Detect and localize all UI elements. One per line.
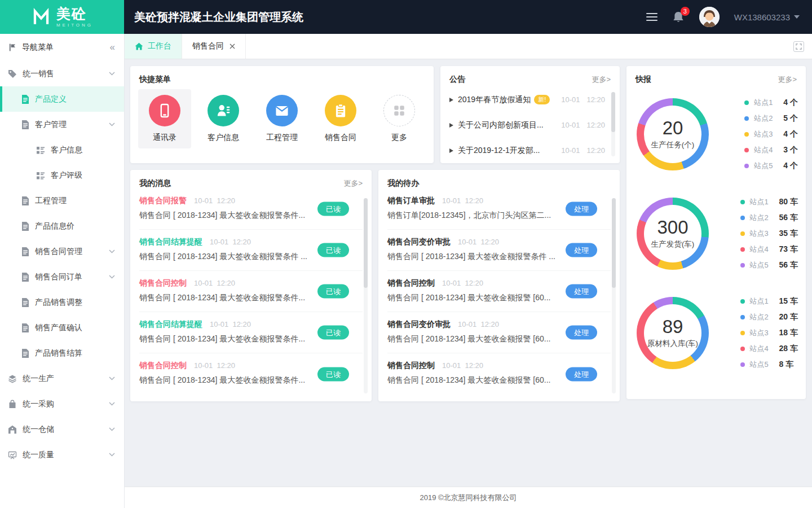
doc-icon: [21, 120, 29, 129]
chevron-down-icon[interactable]: [109, 249, 115, 253]
main-area: 工作台 销售合同 快捷菜单 通讯录客户信息工程管理销售合同更多: [124, 34, 812, 508]
feed-item-title: 销售合同控制: [139, 278, 187, 288]
sidebar-item[interactable]: 销售产值确认: [0, 315, 124, 340]
handle-button[interactable]: 处理: [566, 243, 597, 257]
quick-menu-item-label: 销售合同: [325, 133, 356, 143]
announcement-row[interactable]: 2019年春节放假通知新!10-0112:20: [449, 87, 605, 112]
handle-button[interactable]: 处理: [566, 367, 597, 381]
chevron-down-icon[interactable]: [109, 72, 115, 76]
sidebar-item[interactable]: 统一采购: [0, 391, 124, 417]
donut-label: 生产任务(个): [651, 140, 695, 150]
tab-bar: 工作台 销售合同: [125, 34, 812, 59]
handle-button[interactable]: 处理: [566, 202, 597, 216]
announcements-more-link[interactable]: 更多>: [592, 75, 611, 85]
feed-item-datetime: 10-01 12:20: [442, 196, 483, 205]
announcements-card: 公告 更多> 2019年春节放假通知新!10-0112:20关于公司内部创新项目…: [440, 66, 620, 163]
notification-bell-icon[interactable]: 3: [672, 11, 685, 23]
announcement-row[interactable]: 关于公司内部创新项目...10-0112:20: [449, 112, 605, 138]
donut-chart: 89原材料入库(车): [637, 297, 709, 369]
quick-menu-item[interactable]: 销售合同: [314, 89, 367, 148]
scrollbar-thumb[interactable]: [612, 198, 616, 288]
legend-name: 站点3: [750, 229, 775, 239]
chevron-down-icon[interactable]: [109, 275, 115, 279]
fullscreen-icon[interactable]: [793, 41, 804, 52]
scrollbar-thumb[interactable]: [364, 198, 368, 288]
close-tab-icon[interactable]: [230, 43, 235, 49]
chevron-down-icon[interactable]: [109, 427, 115, 431]
chevron-down-icon[interactable]: [109, 453, 115, 457]
read-badge[interactable]: 已读: [317, 202, 349, 216]
chevron-down-icon[interactable]: [109, 122, 115, 126]
flag-icon: [8, 43, 16, 52]
sidebar-item[interactable]: 统一质量: [0, 442, 124, 467]
messages-more-link[interactable]: 更多>: [343, 178, 363, 189]
app-title: 美砼预拌混凝土企业集团管理系统: [134, 0, 646, 34]
todos-scrollbar[interactable]: [612, 198, 616, 393]
quick-menu-item[interactable]: 更多: [373, 89, 426, 148]
sidebar-item[interactable]: 产品销售调整: [0, 290, 124, 315]
legend-name: 站点5: [754, 161, 779, 171]
tab-sales-contract[interactable]: 销售合同: [182, 34, 246, 59]
feed-item-title: 销售订单审批: [387, 196, 435, 206]
sidebar-item[interactable]: 统一仓储: [0, 417, 124, 442]
feed-item-title: 销售合同结算提醒: [139, 237, 202, 247]
report-more-link[interactable]: 更多>: [778, 75, 797, 85]
quick-menu-item[interactable]: 通讯录: [138, 89, 191, 148]
sidebar-item-label: 产品信息价: [35, 221, 74, 231]
legend-value: 5 个: [783, 113, 798, 124]
announcement-title: 2019年春节放假通知: [458, 95, 531, 105]
quick-menu-item-label: 工程管理: [266, 133, 298, 143]
sidebar-item-label: 客户管理: [35, 120, 67, 130]
quick-menu-item[interactable]: 客户信息: [197, 89, 250, 148]
feed-item-body: 销售合同 [ 2018-1234] 最大签收金额报警 [60...: [387, 375, 561, 386]
sidebar-item-label: 统一仓储: [23, 424, 54, 435]
legend-row: 站点473 车: [740, 244, 798, 255]
announcement-row[interactable]: 关于2019-12-1开发部...10-0112:20: [449, 138, 605, 163]
feed-item-body: 销售订单[2018-12345]，北京市门头沟区第二...: [387, 211, 561, 221]
read-badge[interactable]: 已读: [317, 243, 349, 257]
sidebar-item[interactable]: 统一生产: [0, 366, 124, 391]
donut-total: 300: [657, 218, 688, 238]
brand-logo[interactable]: 美砼 MEITONG: [0, 0, 124, 34]
home-icon: [135, 42, 143, 50]
chevron-down-icon[interactable]: [109, 376, 115, 380]
read-badge[interactable]: 已读: [317, 284, 349, 299]
read-badge[interactable]: 已读: [317, 326, 349, 340]
legend-name: 站点1: [750, 296, 775, 306]
messages-scrollbar[interactable]: [364, 198, 368, 393]
announcements-scrollbar[interactable]: [611, 92, 615, 156]
quick-menu-item-label: 通讯录: [153, 133, 176, 143]
legend-row: 站点220 车: [740, 312, 798, 322]
handle-button[interactable]: 处理: [566, 326, 597, 340]
sidebar-item[interactable]: 客户信息: [0, 137, 124, 163]
sidebar-item[interactable]: 客户管理: [0, 112, 124, 137]
read-badge[interactable]: 已读: [317, 367, 349, 381]
menu-toggle-icon[interactable]: [646, 11, 657, 23]
sidebar-item[interactable]: 产品信息价: [0, 213, 124, 239]
legend-row: 站点34 个: [744, 129, 798, 139]
donut-chart: 300生产发货(车): [637, 198, 709, 270]
chart-legend: 站点115 车站点220 车站点318 车站点428 车站点58 车: [740, 296, 798, 370]
chevron-down-icon[interactable]: [109, 402, 115, 406]
quick-menu-item[interactable]: 工程管理: [255, 89, 308, 148]
sidebar-item[interactable]: 产品销售结算: [0, 340, 124, 366]
tab-workbench[interactable]: 工作台: [125, 34, 182, 59]
handle-button[interactable]: 处理: [566, 284, 597, 299]
project-icon: [266, 95, 298, 126]
sidebar-item[interactable]: 产品定义: [0, 86, 124, 112]
announcements-title: 公告: [449, 75, 465, 85]
legend-value: 73 车: [779, 244, 798, 255]
sidebar-item[interactable]: 销售合同管理: [0, 239, 124, 264]
todos-card: 我的待办 销售订单审批10-01 12:20销售订单[2018-12345]，北…: [378, 170, 620, 401]
legend-row: 站点428 车: [740, 344, 798, 354]
avatar[interactable]: [699, 7, 720, 27]
scrollbar-thumb[interactable]: [611, 92, 615, 132]
copyright-text: 2019 ©北京慧同科技有限公司: [420, 493, 517, 503]
collapse-sidebar-icon[interactable]: «: [110, 42, 115, 53]
user-menu[interactable]: WX138603233: [734, 12, 800, 22]
sidebar-item[interactable]: 销售合同订单: [0, 264, 124, 290]
sidebar-item[interactable]: 统一销售: [0, 61, 124, 86]
sidebar-item[interactable]: 客户评级: [0, 163, 124, 188]
warehouse-icon: [8, 425, 17, 434]
sidebar-item[interactable]: 工程管理: [0, 188, 124, 213]
